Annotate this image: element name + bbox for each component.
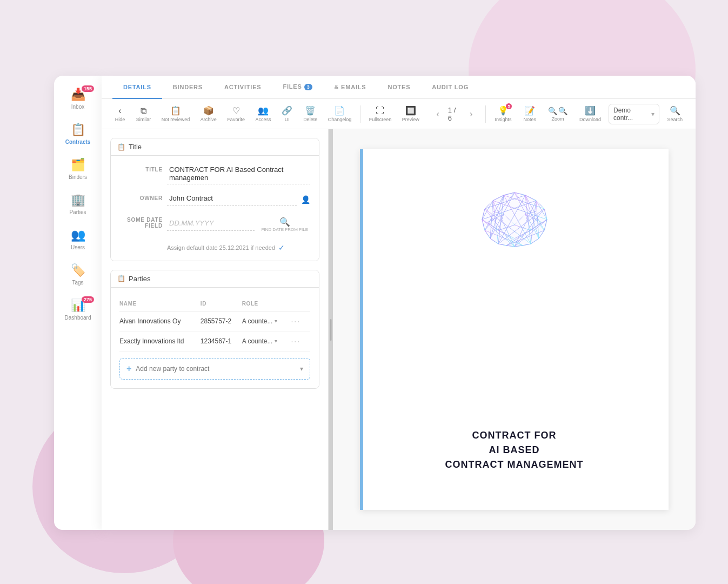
sidebar-item-users[interactable]: 👥 Users — [57, 223, 98, 256]
owner-person-icon[interactable]: 👤 — [301, 195, 310, 204]
hide-label: Hide — [115, 117, 125, 122]
pagination: ‹ 1 / 6 › — [434, 106, 475, 122]
party-role-2: A counte... ▾ — [242, 331, 289, 351]
document-title-section: CONTRACT FOR AI BASED CONTRACT MANAGEMEN… — [445, 428, 584, 494]
table-row: Aivan Innovations Oy 2855757-2 A counte.… — [119, 311, 310, 331]
party-role-1: A counte... ▾ — [242, 311, 289, 331]
find-date-label: FIND DATE FROM FILE — [261, 227, 308, 233]
delete-icon: 🗑️ — [305, 105, 316, 116]
sidebar-label-tags: Tags — [72, 280, 83, 286]
pagination-next[interactable]: › — [467, 107, 475, 121]
tab-bar: Details Binders Activities Files3 & Emai… — [102, 76, 696, 99]
assign-date-check[interactable]: ✓ — [278, 243, 285, 252]
ui-button[interactable]: 🔗 UI — [277, 103, 297, 124]
access-label: Access — [255, 117, 271, 122]
demo-dropdown[interactable]: Demo contr... ▾ — [609, 104, 659, 124]
delete-button[interactable]: 🗑️ Delete — [299, 103, 322, 124]
pagination-prev[interactable]: ‹ — [434, 107, 441, 121]
preview-icon: 🔲 — [405, 105, 416, 116]
tab-emails[interactable]: & Emails — [323, 76, 377, 99]
parties-table-header-row: NAME ID ROLE — [119, 296, 310, 311]
archive-button[interactable]: 📦 Archive — [196, 103, 221, 124]
sidebar-label-users: Users — [71, 244, 85, 250]
table-row: Exactly Innovations ltd 1234567-1 A coun… — [119, 331, 310, 351]
sidebar-item-binders[interactable]: 🗂️ Binders — [57, 152, 98, 185]
title-section-label: Title — [129, 143, 142, 151]
sidebar-label-binders: Binders — [69, 174, 87, 180]
title-section-icon: 📋 — [117, 143, 125, 151]
right-panel: CONTRACT FOR AI BASED CONTRACT MANAGEMEN… — [333, 129, 696, 530]
favorite-button[interactable]: ♡ Favorite — [223, 103, 249, 124]
fullscreen-button[interactable]: ⛶ Fullscreen — [365, 104, 396, 124]
brain-illustration — [455, 176, 574, 295]
sidebar-label-parties: Parties — [69, 209, 86, 215]
archive-icon: 📦 — [203, 105, 214, 116]
preview-button[interactable]: 🔲 Preview — [398, 103, 424, 124]
date-field-input[interactable]: DD.MM.YYYY — [167, 218, 255, 231]
parties-table: NAME ID ROLE Aivan Innovations Oy 285575… — [119, 296, 310, 351]
tab-binders[interactable]: Binders — [162, 76, 213, 99]
tab-activities[interactable]: Activities — [213, 76, 272, 99]
find-date-button[interactable]: 🔍 FIND DATE FROM FILE — [259, 215, 310, 235]
add-party-row[interactable]: + ▾ — [119, 358, 310, 380]
title-section-card: 📋 Title TITLE CONTRACT FOR AI Based Cont… — [110, 138, 319, 261]
role-text-2: A counte... — [242, 337, 273, 345]
parties-section-card: 📋 Parties NAME ID ROLE — [110, 270, 319, 389]
tab-files[interactable]: Files3 — [272, 76, 323, 99]
insights-button[interactable]: 💡 5 Insights — [490, 103, 516, 124]
tab-audit-log[interactable]: Audit Log — [421, 76, 479, 99]
favorite-label: Favorite — [227, 117, 245, 122]
more-button-2[interactable]: ··· — [289, 336, 303, 347]
add-party-input[interactable] — [136, 365, 296, 373]
assign-date-text: Assign default date 25.12.2021 if needed — [167, 244, 275, 251]
not-reviewed-label: Not reviewed — [162, 117, 190, 122]
notes-button[interactable]: 📝 Notes — [519, 103, 540, 124]
zoom-button[interactable]: 🔍 🔍 Zoom — [544, 104, 572, 124]
role-arrow-1: ▾ — [275, 318, 277, 324]
fullscreen-label: Fullscreen — [369, 117, 392, 122]
date-field-label: SOME DATE FIELD — [119, 215, 163, 229]
changelog-button[interactable]: 📄 Changelog — [324, 103, 356, 124]
owner-field-value-row: John Contract 👤 — [167, 193, 310, 206]
owner-field-value[interactable]: John Contract — [167, 193, 297, 206]
changelog-icon: 📄 — [334, 105, 345, 116]
add-party-dropdown-arrow[interactable]: ▾ — [300, 365, 303, 373]
owner-field-row: OWNER John Contract 👤 — [119, 193, 310, 206]
col-name: NAME — [119, 296, 201, 311]
role-dropdown-1[interactable]: A counte... ▾ — [242, 317, 285, 325]
download-button[interactable]: ⬇️ Download — [575, 103, 605, 124]
download-icon: ⬇️ — [585, 105, 596, 116]
tab-details[interactable]: Details — [112, 76, 162, 99]
sidebar-item-inbox[interactable]: 📥 155 Inbox — [57, 82, 98, 115]
archive-label: Archive — [201, 117, 217, 122]
party-actions-1: ··· — [289, 311, 310, 331]
document-title-line1: CONTRACT FOR — [445, 428, 584, 443]
access-icon: 👥 — [258, 105, 269, 116]
party-name-2: Exactly Innovations ltd — [119, 331, 201, 351]
toolbar: ‹ Hide ⧉ Similar 📋 Not reviewed 📦 Archiv… — [102, 99, 696, 129]
title-field-value[interactable]: CONTRACT FOR AI Based Contract managemen — [167, 164, 310, 184]
role-dropdown-2[interactable]: A counte... ▾ — [242, 337, 285, 345]
panel-separator[interactable] — [329, 129, 333, 530]
similar-button[interactable]: ⧉ Similar — [132, 104, 155, 124]
date-field-row: SOME DATE FIELD DD.MM.YYYY 🔍 FIND DATE F… — [119, 215, 310, 235]
hide-button[interactable]: ‹ Hide — [110, 104, 130, 124]
sidebar-item-tags[interactable]: 🏷️ Tags — [57, 258, 98, 291]
sidebar-item-dashboard[interactable]: 📊 275 Dashboard — [57, 293, 98, 326]
main-window: Details Binders Activities Files3 & Emai… — [102, 76, 696, 530]
more-button-1[interactable]: ··· — [289, 316, 303, 327]
similar-label: Similar — [136, 117, 151, 122]
document-blue-bar — [360, 149, 363, 510]
sidebar-item-parties[interactable]: 🏢 Parties — [57, 188, 98, 221]
toolbar-separator-2 — [485, 105, 486, 123]
not-reviewed-button[interactable]: 📋 Not reviewed — [157, 103, 194, 124]
zoom-label: Zoom — [551, 116, 564, 122]
search-button[interactable]: 🔍 Search — [663, 103, 687, 124]
sidebar-item-contracts[interactable]: 📋 Contracts — [57, 117, 98, 150]
access-button[interactable]: 👥 Access — [251, 103, 276, 124]
party-name-1: Aivan Innovations Oy — [119, 311, 201, 331]
tab-notes[interactable]: Notes — [377, 76, 421, 99]
toolbar-separator-1 — [360, 105, 360, 123]
preview-label: Preview — [402, 117, 419, 122]
party-actions-2: ··· — [289, 331, 310, 351]
